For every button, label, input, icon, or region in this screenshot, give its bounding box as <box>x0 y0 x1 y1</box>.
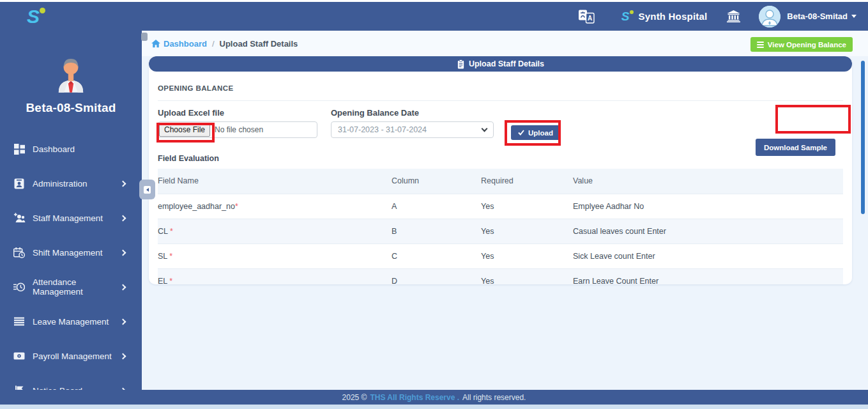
sidebar-item-attendance-management[interactable]: Attendance Management <box>0 270 142 304</box>
table-row: employee_aadhar_no* A Yes Emplyee Aadhar… <box>158 194 843 219</box>
chevron-right-icon <box>120 318 126 325</box>
calendar-clock-icon <box>13 247 26 258</box>
cell-field-name: employee_aadhar_no* <box>158 194 392 219</box>
chevron-right-icon <box>120 180 126 187</box>
sidebar-item-payroll-management[interactable]: Payroll Management <box>0 339 142 373</box>
cell-column: B <box>392 219 481 243</box>
home-icon <box>151 40 160 48</box>
sidebar-avatar <box>52 51 89 93</box>
clipboard-icon <box>457 59 465 69</box>
table-row: SL * C Yes Sick Leave count Enter <box>158 243 843 268</box>
cell-value: Emplyee Aadhar No <box>573 194 843 219</box>
table-row: EL * D Yes Earn Leave Count Enter <box>158 268 843 284</box>
cell-field-name: CL * <box>158 219 392 243</box>
sidebar-item-label: Shift Management <box>33 248 121 258</box>
app-logo[interactable]: S <box>27 7 40 26</box>
col-header-field-name: Field Name <box>158 169 392 194</box>
sidebar-user-name: Beta-08-Smitad <box>0 101 142 115</box>
cell-required: Yes <box>481 268 573 284</box>
cell-required: Yes <box>481 219 573 243</box>
card-header: Upload Staff Details <box>149 56 852 72</box>
bottom-strip <box>0 405 868 409</box>
bank-branch-icon[interactable] <box>726 10 741 22</box>
hospital-logo[interactable]: S <box>621 10 630 22</box>
breadcrumb-separator: / <box>212 39 215 49</box>
chevron-right-icon <box>120 215 126 221</box>
sidebar-item-leave-management[interactable]: Leave Management <box>0 304 142 339</box>
svg-text:A: A <box>588 15 592 22</box>
logo-dot-icon <box>40 8 45 13</box>
sidebar-item-label: Payroll Management <box>33 351 121 361</box>
opening-balance-date-value: 31-07-2023 - 31-07-2024 <box>338 125 427 134</box>
sidebar-menu: Dashboard Administration Staff Managemen… <box>0 132 142 408</box>
cell-column: C <box>392 243 481 268</box>
sidebar-item-dashboard[interactable]: Dashboard <box>0 132 142 166</box>
banknote-icon <box>13 352 26 360</box>
col-header-required: Required <box>481 169 573 194</box>
breadcrumb-home-label: Dashboard <box>164 39 207 49</box>
chevron-right-icon <box>120 284 126 290</box>
sidebar-item-label: Attendance Management <box>33 277 121 297</box>
footer-rights: All rights reserved. <box>462 393 526 402</box>
cell-required: Yes <box>481 194 573 219</box>
file-input[interactable]: Choose File No file chosen <box>158 121 317 138</box>
id-badge-icon <box>13 178 26 189</box>
page: S A S Synth Hospital <box>0 0 868 409</box>
upload-button[interactable]: Upload <box>511 125 560 140</box>
field-evaluation-title: Field Evaluation <box>158 154 843 163</box>
sidebar-collapse-button[interactable] <box>139 180 155 199</box>
col-header-value: Value <box>573 169 843 194</box>
dashboard-grid-icon <box>13 144 26 155</box>
sidebar-item-shift-management[interactable]: Shift Management <box>0 235 142 270</box>
choose-file-button[interactable]: Choose File <box>159 123 210 137</box>
navbar: S A S Synth Hospital <box>0 2 868 31</box>
upload-staff-details-card: Upload Staff Details OPENING BALANCE Upl… <box>149 56 852 284</box>
attendance-clock-icon <box>13 282 26 293</box>
upload-file-label: Upload Excel file <box>158 108 317 118</box>
app-logo-letter: S <box>27 6 40 27</box>
divider <box>158 100 843 101</box>
table-header-row: Field Name Column Required Value <box>158 169 843 194</box>
footer-link[interactable]: THS All Rights Reserve . <box>370 393 459 402</box>
chevron-right-icon <box>120 353 126 359</box>
download-sample-button[interactable]: Download Sample <box>756 139 835 156</box>
main-content: Dashboard / Upload Staff Details View Op… <box>142 31 868 390</box>
chevron-left-icon <box>146 188 149 192</box>
footer-year: 2025 © <box>342 393 367 402</box>
cell-column: D <box>392 268 481 284</box>
field-evaluation-table: Field Name Column Required Value employe… <box>158 169 843 284</box>
chevron-down-icon <box>482 125 488 132</box>
no-file-chosen-text: No file chosen <box>215 125 263 134</box>
list-lines-icon <box>13 317 26 326</box>
page-scrollbar-thumb[interactable] <box>861 61 865 214</box>
user-menu-label: Beta-08-Smitad <box>787 12 848 21</box>
user-avatar[interactable] <box>759 6 780 27</box>
col-header-column: Column <box>392 169 481 194</box>
sidebar-item-label: Leave Management <box>33 317 121 327</box>
breadcrumb-dashboard-link[interactable]: Dashboard <box>151 39 207 49</box>
chevron-right-icon <box>120 249 126 256</box>
user-menu[interactable]: Beta-08-Smitad <box>787 12 857 21</box>
breadcrumb-current: Upload Staff Details <box>220 39 298 49</box>
sidebar-item-staff-management[interactable]: Staff Management <box>0 201 142 235</box>
add-users-icon <box>13 213 26 223</box>
sidebar-item-administration[interactable]: Administration <box>0 166 142 201</box>
logo-dot-icon <box>630 10 634 14</box>
cell-field-name: SL * <box>158 243 392 268</box>
language-translate-icon[interactable]: A <box>578 9 595 24</box>
view-opening-balance-label: View Opening Balance <box>768 41 846 49</box>
opening-balance-date-select[interactable]: 31-07-2023 - 31-07-2024 <box>331 121 494 138</box>
required-star: * <box>167 277 172 285</box>
table-row: CL * B Yes Casual leaves count Enter <box>158 219 843 243</box>
sidebar: Beta-08-Smitad Dashboard Administration <box>0 31 142 405</box>
sidebar-scrollbar-thumb[interactable] <box>141 33 148 41</box>
chevron-down-icon <box>851 15 857 18</box>
cell-column: A <box>392 194 481 219</box>
required-star: * <box>235 202 238 211</box>
footer: 2025 © THS All Rights Reserve . All righ… <box>0 390 868 405</box>
view-opening-balance-button[interactable]: View Opening Balance <box>750 37 853 52</box>
collapse-inner <box>144 186 151 194</box>
cell-value: Casual leaves count Enter <box>573 219 843 243</box>
hospital-logo-letter: S <box>621 10 630 23</box>
navbar-right: A S Synth Hospital <box>578 6 857 27</box>
